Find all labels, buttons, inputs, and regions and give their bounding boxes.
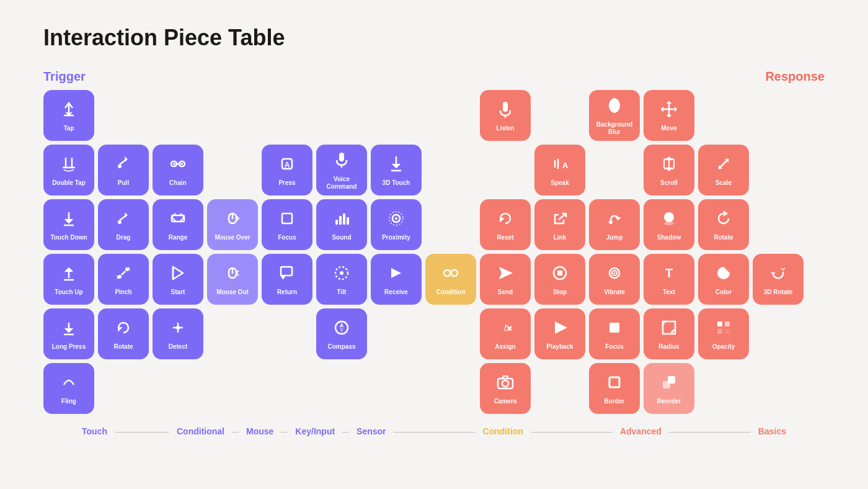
- start-piece[interactable]: Start: [153, 254, 203, 305]
- range-piece[interactable]: Range: [153, 199, 203, 250]
- link-icon: [550, 209, 570, 231]
- rotate-piece[interactable]: Rotate: [698, 199, 749, 250]
- mouse-out-icon: [223, 263, 242, 285]
- focus-response-piece[interactable]: Focus: [589, 308, 640, 359]
- return-label: Return: [275, 289, 299, 296]
- color-piece[interactable]: Color: [698, 254, 749, 305]
- 3d-rotate-label: 3D Rotate: [761, 289, 795, 296]
- scroll-label: Scroll: [658, 179, 680, 187]
- 3d-touch-piece[interactable]: 3D Touch: [371, 145, 422, 195]
- svg-marker-79: [555, 321, 567, 334]
- sep4: —: [340, 428, 352, 435]
- mouse-out-label: Mouse Out: [214, 289, 251, 296]
- background-blur-label: Background Blur: [589, 121, 640, 136]
- svg-rect-36: [343, 213, 345, 225]
- long-press-icon: [59, 318, 79, 340]
- sep1: ————————: [112, 428, 172, 435]
- stop-piece[interactable]: Stop: [534, 254, 585, 305]
- svg-point-28: [118, 220, 122, 224]
- 3d-rotate-piece[interactable]: 3D Rotate: [753, 254, 804, 305]
- svg-point-42: [609, 220, 613, 224]
- sound-piece[interactable]: Sound: [316, 199, 367, 250]
- border-icon: [604, 372, 624, 395]
- background-blur-piece[interactable]: Background Blur: [589, 90, 640, 141]
- svg-rect-34: [335, 220, 338, 225]
- tilt-icon: [332, 263, 352, 285]
- scale-label: Scale: [713, 179, 734, 187]
- playback-icon: [550, 318, 570, 340]
- camera-piece[interactable]: Camera: [480, 363, 531, 414]
- vibrate-piece[interactable]: Vibrate: [589, 254, 640, 305]
- svg-point-87: [502, 380, 508, 387]
- listen-piece[interactable]: Listen: [480, 90, 531, 141]
- long-press-piece[interactable]: Long Press: [43, 308, 94, 359]
- shadow-label: Shadow: [655, 234, 683, 241]
- touch-up-piece[interactable]: Touch Up: [43, 254, 94, 305]
- assign-piece[interactable]: fx Assign: [480, 308, 531, 359]
- drag-piece[interactable]: Drag: [98, 199, 149, 250]
- touch-down-label: Touch Down: [48, 234, 89, 241]
- chain-piece[interactable]: Chain: [153, 145, 203, 195]
- rotate-trigger-piece[interactable]: Rotate: [98, 308, 149, 359]
- speak-piece[interactable]: A Speak: [534, 145, 585, 195]
- return-piece[interactable]: Return: [262, 254, 312, 305]
- detect-piece[interactable]: Detect: [153, 308, 203, 359]
- svg-point-44: [664, 222, 674, 225]
- svg-text:A: A: [285, 161, 290, 169]
- jump-piece[interactable]: Jump: [589, 199, 640, 250]
- reset-icon: [495, 209, 515, 231]
- bottom-sensor: Sensor: [352, 426, 391, 436]
- bottom-conditional: Conditional: [172, 426, 229, 436]
- mouse-over-piece[interactable]: Mouse Over: [207, 199, 258, 250]
- move-piece[interactable]: Move: [644, 90, 694, 141]
- mouse-over-label: Mouse Over: [212, 234, 252, 241]
- scroll-piece[interactable]: Scroll: [644, 145, 694, 195]
- reorder-piece[interactable]: Reorder: [644, 363, 694, 414]
- pull-piece[interactable]: Pull: [98, 145, 149, 195]
- jump-icon: [604, 209, 624, 231]
- row-5: Long Press Rotate Detect: [43, 308, 825, 359]
- assign-label: Assign: [492, 343, 518, 351]
- condition-icon: [441, 263, 461, 285]
- focus-label: Focus: [275, 234, 298, 241]
- focus-piece[interactable]: Focus: [262, 199, 312, 250]
- mouse-out-piece[interactable]: Mouse Out: [207, 254, 258, 305]
- link-label: Link: [551, 234, 569, 241]
- sep6: ————————————: [528, 428, 615, 435]
- svg-text:T: T: [665, 266, 673, 280]
- double-tap-icon: [59, 154, 79, 176]
- compass-piece[interactable]: Compass: [316, 308, 367, 359]
- send-piece[interactable]: Send: [480, 254, 531, 305]
- link-piece[interactable]: Link: [534, 199, 585, 250]
- double-tap-piece[interactable]: Double Tap: [43, 145, 94, 195]
- text-piece[interactable]: T Text: [644, 254, 694, 305]
- tilt-piece[interactable]: Tilt: [316, 254, 367, 305]
- fling-piece[interactable]: Fling: [43, 363, 94, 414]
- reset-piece[interactable]: Reset: [480, 199, 531, 250]
- color-label: Color: [713, 289, 734, 296]
- press-piece[interactable]: A Press: [262, 145, 312, 195]
- receive-piece[interactable]: Receive: [371, 254, 422, 305]
- svg-rect-85: [725, 329, 730, 334]
- mouse-over-icon: [223, 209, 242, 231]
- border-piece[interactable]: Border: [589, 363, 640, 414]
- chain-label: Chain: [167, 179, 189, 187]
- detect-icon: [168, 318, 188, 340]
- start-label: Start: [169, 289, 188, 296]
- touch-down-piece[interactable]: Touch Down: [43, 199, 94, 250]
- voice-command-piece[interactable]: Voice Command: [316, 145, 367, 195]
- condition-piece[interactable]: Condition: [425, 254, 476, 305]
- shadow-piece[interactable]: Shadow: [644, 199, 694, 250]
- scale-piece[interactable]: Scale: [698, 145, 749, 195]
- svg-point-58: [444, 270, 450, 276]
- opacity-piece[interactable]: Opacity: [698, 308, 749, 359]
- radius-piece[interactable]: Radius: [644, 308, 694, 359]
- proximity-piece[interactable]: Proximity: [371, 199, 422, 250]
- sep2: —: [229, 428, 241, 435]
- svg-point-72: [176, 326, 180, 330]
- pinch-piece[interactable]: Pinch: [98, 254, 149, 305]
- tap-piece[interactable]: Tap: [43, 90, 94, 141]
- voice-command-label: Voice Command: [316, 176, 367, 191]
- playback-piece[interactable]: Playback: [534, 308, 585, 359]
- bottom-labels: Touch ———————— Conditional — Mouse — Key…: [43, 426, 825, 436]
